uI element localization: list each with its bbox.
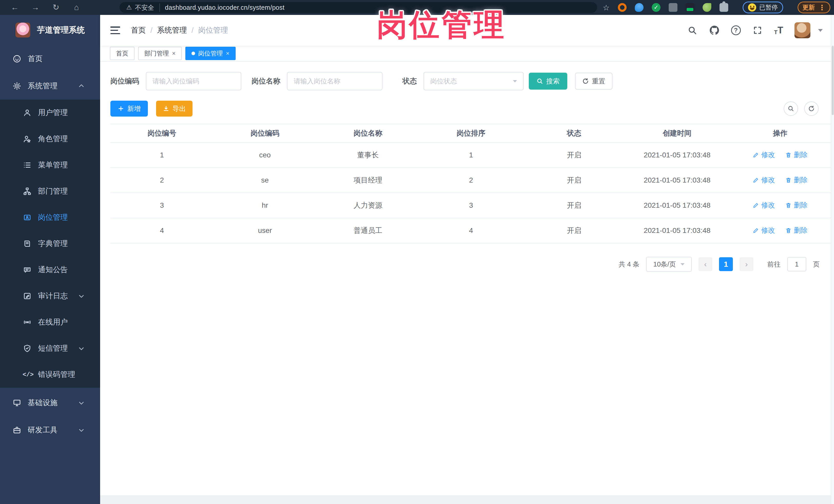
sidebar-item-users[interactable]: 用户管理 bbox=[0, 100, 100, 126]
chevron-down-icon bbox=[78, 345, 85, 352]
cell-post-code: ceo bbox=[213, 143, 316, 168]
paused-badge[interactable]: 已暂停 bbox=[743, 2, 783, 13]
status-select[interactable]: 岗位状态 bbox=[423, 72, 524, 90]
delete-link[interactable]: 删除 bbox=[785, 150, 808, 159]
browser-home-icon[interactable] bbox=[72, 3, 81, 12]
post-badge-icon bbox=[23, 213, 32, 222]
delete-link[interactable]: 删除 bbox=[785, 175, 808, 184]
prev-page-button[interactable]: ‹ bbox=[699, 257, 712, 271]
sidebar-item-online-users[interactable]: 在线用户 bbox=[0, 309, 100, 335]
cell-post-id: 1 bbox=[110, 143, 213, 168]
cell-post-status: 开启 bbox=[523, 143, 626, 168]
refresh-icon-button[interactable] bbox=[804, 102, 818, 116]
extension-icon[interactable] bbox=[618, 3, 627, 12]
sidebar-item-notices[interactable]: 通知公告 bbox=[0, 257, 100, 283]
browser-back-icon[interactable] bbox=[10, 3, 20, 12]
edit-link[interactable]: 修改 bbox=[753, 226, 775, 235]
update-button-label: 更新 bbox=[803, 3, 815, 12]
reset-button[interactable]: 重置 bbox=[575, 73, 613, 90]
posts-table: 岗位编号岗位编码岗位名称岗位排序状态创建时间操作 1 ceo 董事长 1 开启 bbox=[110, 124, 832, 243]
search-button[interactable]: 搜索 bbox=[529, 73, 567, 90]
cell-post-status: 开启 bbox=[523, 168, 626, 193]
sidebar-item-infrastructure[interactable]: 基础设施 bbox=[0, 389, 100, 416]
browser-forward-icon[interactable] bbox=[31, 3, 40, 12]
delete-link[interactable]: 删除 bbox=[785, 200, 808, 210]
scrollbar-thumb[interactable] bbox=[832, 46, 834, 115]
main-area: 首页 / 系统管理 / 岗位管理 bbox=[100, 15, 834, 504]
extensions-puzzle-icon[interactable] bbox=[720, 3, 728, 12]
sidebar-item-dictionaries[interactable]: 字典管理 bbox=[0, 231, 100, 257]
sidebar-item-roles[interactable]: 角色管理 bbox=[0, 126, 100, 152]
edit-link[interactable]: 修改 bbox=[753, 150, 775, 159]
cell-actions: 修改 删除 bbox=[729, 193, 832, 218]
sidebar-item-label: 字典管理 bbox=[38, 239, 68, 249]
breadcrumb-system[interactable]: 系统管理 bbox=[157, 25, 187, 36]
goto-page-input[interactable] bbox=[787, 257, 806, 271]
sidebar-item-home[interactable]: 首页 bbox=[0, 45, 100, 72]
top-navbar: 首页 / 系统管理 / 岗位管理 bbox=[100, 15, 834, 46]
edit-link[interactable]: 修改 bbox=[753, 175, 775, 184]
table-toolbar: 新增 导出 bbox=[110, 101, 834, 116]
browser-update-button[interactable]: 更新 bbox=[797, 2, 830, 13]
tab-label: 岗位管理 bbox=[198, 49, 223, 58]
cell-post-status: 开启 bbox=[523, 218, 626, 243]
hamburger-menu-icon[interactable] bbox=[110, 26, 120, 34]
extension-icon[interactable] bbox=[635, 3, 643, 12]
page-size-select[interactable]: 10条/页 bbox=[646, 257, 692, 272]
chevron-down-icon bbox=[513, 80, 517, 82]
sidebar-item-menus[interactable]: 菜单管理 bbox=[0, 152, 100, 178]
tab-departments[interactable]: 部门管理 bbox=[138, 47, 182, 60]
cell-post-code: se bbox=[213, 168, 316, 193]
edit-link[interactable]: 修改 bbox=[753, 200, 775, 210]
sidebar-item-system[interactable]: 系统管理 bbox=[0, 72, 100, 100]
delete-link[interactable]: 删除 bbox=[785, 226, 808, 235]
close-icon[interactable] bbox=[226, 50, 229, 57]
current-page-button[interactable]: 1 bbox=[719, 257, 733, 271]
app-title: 芋道管理系统 bbox=[37, 25, 85, 36]
bookmark-star-icon[interactable] bbox=[603, 3, 610, 12]
cell-actions: 修改 删除 bbox=[729, 168, 832, 193]
export-button[interactable]: 导出 bbox=[156, 101, 193, 116]
sidebar-submenu-system: 用户管理 角色管理 菜单管理 bbox=[0, 100, 100, 388]
sidebar-item-audit-log[interactable]: 审计日志 bbox=[0, 283, 100, 309]
close-icon[interactable] bbox=[172, 50, 176, 57]
font-size-icon[interactable]: TT bbox=[774, 25, 783, 36]
sidebar-item-dev-tools[interactable]: 研发工具 bbox=[0, 416, 100, 444]
browser-menu-kebab-icon[interactable] bbox=[818, 3, 826, 12]
toggle-search-icon-button[interactable] bbox=[784, 102, 798, 116]
paused-badge-label: 已暂停 bbox=[759, 3, 778, 12]
avatar-caret-down-icon[interactable] bbox=[818, 29, 823, 32]
extension-icon[interactable] bbox=[686, 3, 694, 12]
edit-pencil-icon bbox=[753, 152, 759, 158]
tab-posts[interactable]: 岗位管理 bbox=[185, 47, 236, 60]
user-avatar[interactable] bbox=[794, 22, 810, 38]
fullscreen-icon[interactable] bbox=[752, 25, 763, 36]
cell-post-id: 3 bbox=[110, 193, 213, 218]
help-icon[interactable] bbox=[731, 25, 741, 35]
sidebar-item-posts[interactable]: 岗位管理 bbox=[0, 204, 100, 231]
edit-pencil-icon bbox=[753, 227, 759, 234]
address-bar[interactable]: 不安全 dashboard.yudao.iocoder.cn/system/po… bbox=[119, 2, 597, 13]
sidebar-item-sms[interactable]: 短信管理 bbox=[0, 335, 100, 361]
tab-home[interactable]: 首页 bbox=[110, 47, 134, 60]
extension-icon[interactable] bbox=[669, 3, 677, 12]
page-unit-label: 页 bbox=[813, 260, 820, 269]
sidebar-item-label: 角色管理 bbox=[38, 134, 68, 144]
extension-icon[interactable] bbox=[652, 3, 660, 12]
app-logo-row[interactable]: 芋道管理系统 bbox=[0, 15, 100, 45]
browser-reload-icon[interactable] bbox=[51, 3, 61, 12]
user-icon bbox=[23, 108, 32, 117]
post-code-input[interactable] bbox=[146, 72, 241, 90]
chevron-down-icon bbox=[78, 292, 85, 300]
sidebar-item-error-codes[interactable]: 错误码管理 bbox=[0, 361, 100, 388]
sidebar-item-departments[interactable]: 部门管理 bbox=[0, 178, 100, 204]
post-name-input[interactable] bbox=[287, 72, 382, 90]
vertical-scrollbar[interactable] bbox=[831, 15, 834, 504]
gear-icon bbox=[12, 81, 22, 91]
add-button[interactable]: 新增 bbox=[110, 101, 148, 116]
next-page-button[interactable]: › bbox=[740, 257, 753, 271]
github-icon[interactable] bbox=[709, 25, 720, 36]
breadcrumb-home[interactable]: 首页 bbox=[131, 25, 146, 36]
search-icon[interactable] bbox=[687, 25, 698, 36]
extension-icon[interactable] bbox=[703, 3, 711, 12]
